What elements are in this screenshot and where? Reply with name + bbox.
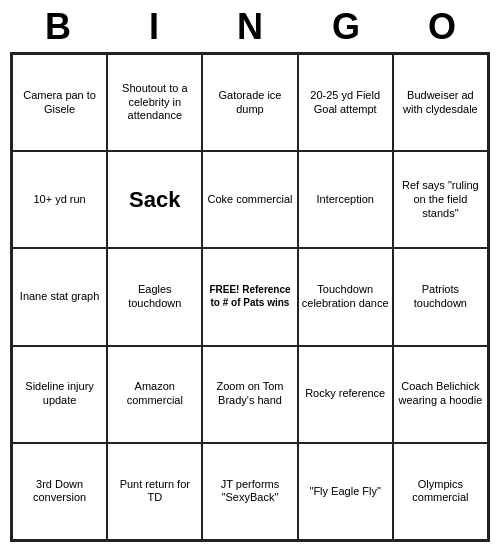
- title-g: G: [303, 6, 389, 48]
- cell-r3c5[interactable]: Patriots touchdown: [393, 248, 488, 345]
- cell-r4c1[interactable]: Sideline injury update: [12, 346, 107, 443]
- cell-r4c4[interactable]: Rocky reference: [298, 346, 393, 443]
- cell-r1c1[interactable]: Camera pan to Gisele: [12, 54, 107, 151]
- cell-r3c1[interactable]: Inane stat graph: [12, 248, 107, 345]
- cell-r1c4[interactable]: 20-25 yd Field Goal attempt: [298, 54, 393, 151]
- cell-r2c2[interactable]: Sack: [107, 151, 202, 248]
- title-o: O: [399, 6, 485, 48]
- cell-r4c2[interactable]: Amazon commercial: [107, 346, 202, 443]
- title-i: I: [111, 6, 197, 48]
- cell-r2c4[interactable]: Interception: [298, 151, 393, 248]
- cell-r1c2[interactable]: Shoutout to a celebrity in attendance: [107, 54, 202, 151]
- bingo-grid: Camera pan to GiseleShoutout to a celebr…: [10, 52, 490, 542]
- cell-r5c2[interactable]: Punt return for TD: [107, 443, 202, 540]
- cell-r4c3[interactable]: Zoom on Tom Brady's hand: [202, 346, 297, 443]
- cell-r5c1[interactable]: 3rd Down conversion: [12, 443, 107, 540]
- cell-r5c4[interactable]: "Fly Eagle Fly": [298, 443, 393, 540]
- cell-r3c2[interactable]: Eagles touchdown: [107, 248, 202, 345]
- cell-r2c1[interactable]: 10+ yd run: [12, 151, 107, 248]
- cell-r2c5[interactable]: Ref says "ruling on the field stands": [393, 151, 488, 248]
- cell-r1c3[interactable]: Gatorade ice dump: [202, 54, 297, 151]
- cell-r2c3[interactable]: Coke commercial: [202, 151, 297, 248]
- cell-r5c3[interactable]: JT performs "SexyBack": [202, 443, 297, 540]
- cell-r5c5[interactable]: Olympics commercial: [393, 443, 488, 540]
- cell-r4c5[interactable]: Coach Belichick wearing a hoodie: [393, 346, 488, 443]
- cell-r3c3[interactable]: FREE! Reference to # of Pats wins: [202, 248, 297, 345]
- bingo-title-row: B I N G O: [10, 0, 490, 52]
- cell-r1c5[interactable]: Budweiser ad with clydesdale: [393, 54, 488, 151]
- title-n: N: [207, 6, 293, 48]
- title-b: B: [15, 6, 101, 48]
- cell-r3c4[interactable]: Touchdown celebration dance: [298, 248, 393, 345]
